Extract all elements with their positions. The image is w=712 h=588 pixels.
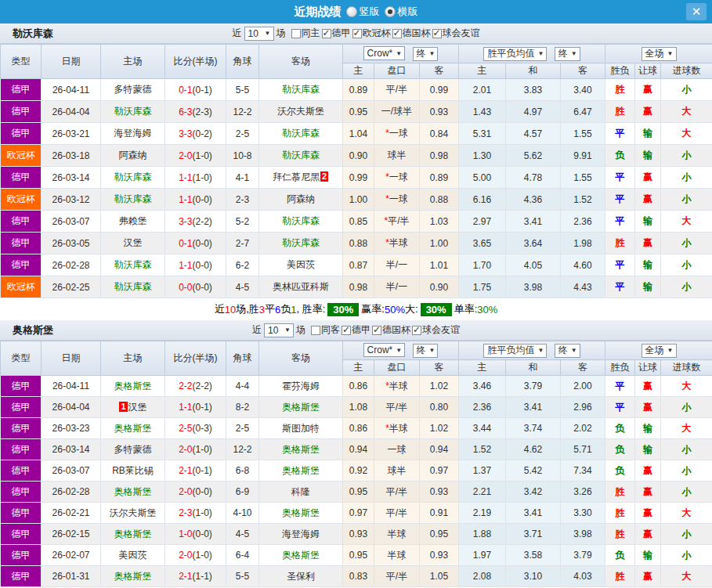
- result-wdl-cell: 平: [605, 167, 635, 189]
- result-handicap-cell: 输: [635, 211, 661, 233]
- avg-home-cell: 1.70: [459, 254, 506, 276]
- scope-select-value: 全场: [645, 47, 664, 60]
- result-goals-cell: 小: [661, 167, 712, 189]
- score-cell: 0-1(0-0): [165, 233, 226, 254]
- odds-home-cell: 0.95: [343, 101, 374, 123]
- chevron-down-icon: ▼: [265, 30, 271, 37]
- filter-checkbox-德国杯[interactable]: 德国杯: [392, 27, 431, 40]
- col-header-avg-home: 主: [459, 63, 506, 79]
- filter-checkbox-球会友谊[interactable]: 球会友谊: [432, 27, 480, 40]
- result-goals-cell: 小: [661, 482, 712, 503]
- star-marker: *: [385, 128, 389, 139]
- odds-time-select[interactable]: 终▼: [413, 47, 439, 61]
- filter-checkbox-欧冠杯[interactable]: 欧冠杯: [352, 27, 391, 40]
- halftime-score: (0-2): [193, 128, 212, 139]
- score-cell: 6-3(2-3): [165, 101, 226, 123]
- checkbox-checked-icon[interactable]: [372, 326, 381, 335]
- avg-away-cell: 4.03: [561, 566, 605, 587]
- league-type-cell: 德甲: [1, 482, 42, 503]
- summary-text: 近: [215, 302, 225, 316]
- odds-home-cell: 1.04: [343, 123, 374, 145]
- col-header-handicap: 盘口: [374, 360, 420, 376]
- col-header-avg-draw: 和: [506, 360, 561, 376]
- fulltime-score: 1-1: [179, 402, 192, 413]
- home-team-cell: 奥格斯堡: [101, 482, 165, 503]
- scope-select[interactable]: 全场▼: [642, 344, 677, 358]
- match-count-select[interactable]: 10 ▼: [264, 323, 294, 337]
- checkbox-checked-icon[interactable]: [342, 326, 351, 335]
- team-name: 勒沃库森: [282, 84, 320, 95]
- result-handicap-cell: 输: [635, 276, 661, 298]
- filter-checkbox-同主[interactable]: 同主: [291, 27, 320, 40]
- radio-selected-icon[interactable]: [385, 6, 396, 17]
- layout-radio-horizontal[interactable]: 横版: [385, 5, 418, 19]
- corner-cell: 6-8: [226, 460, 259, 482]
- result-handicap-cell: 赢: [635, 524, 661, 545]
- avg-type-select-value: 胜平负均值: [487, 344, 534, 357]
- odds-home-cell: 0.98: [343, 276, 374, 298]
- checkbox-checked-icon[interactable]: [392, 29, 402, 38]
- match-count-select[interactable]: 10 ▼: [244, 27, 274, 41]
- filter-checkbox-德甲[interactable]: 德甲: [342, 323, 370, 337]
- scope-select[interactable]: 全场▼: [642, 47, 677, 61]
- result-wdl-cell: 平: [605, 254, 635, 276]
- team-name: 阿森纳: [287, 193, 315, 204]
- match-row: 德甲26-03-14勒沃库森1-1(1-0)4-1拜仁慕尼黑20.99*一球0.…: [1, 167, 712, 189]
- avg-away-cell: 2.96: [561, 397, 605, 418]
- home-team-cell: 美因茨: [101, 545, 165, 566]
- halftime-score: (0-1): [193, 85, 212, 96]
- odds-away-cell: 0.90: [420, 276, 459, 298]
- away-team-cell: 斯图加特: [259, 418, 343, 439]
- avg-type-select[interactable]: 胜平负均值▼: [483, 47, 547, 61]
- result-wdl-cell: 胜: [605, 503, 635, 524]
- odds-home-cell: 0.93: [343, 524, 374, 545]
- avg-away-cell: 6.47: [561, 101, 605, 123]
- avg-type-select[interactable]: 胜平负均值▼: [483, 344, 547, 358]
- fulltime-score: 2-3: [179, 507, 192, 518]
- filter-checkbox-德国杯[interactable]: 德国杯: [372, 323, 410, 337]
- avg-draw-cell: 4.57: [506, 123, 561, 145]
- checkbox-checked-icon[interactable]: [432, 29, 442, 38]
- odds-time-select[interactable]: 终▼: [413, 344, 439, 358]
- col-header-type: 类型: [1, 45, 42, 79]
- filter-bar: 近 10 ▼ 场 同主德甲欧冠杯德国杯球会友谊: [233, 27, 480, 41]
- filter-checkbox-德甲[interactable]: 德甲: [322, 27, 351, 40]
- home-team-cell: 阿森纳: [101, 145, 165, 167]
- fulltime-score: 2-0: [179, 486, 192, 497]
- away-team-cell: 奥格斯堡: [259, 397, 343, 418]
- avg-time-select[interactable]: 终▼: [555, 47, 580, 61]
- away-team-cell: 勒沃库森: [259, 233, 343, 254]
- result-goals-cell: 小: [661, 439, 712, 460]
- avg-time-select[interactable]: 终▼: [555, 344, 580, 358]
- avg-time-select-value: 终: [558, 47, 568, 60]
- checkbox-unchecked-icon[interactable]: [291, 29, 301, 38]
- bookmaker-select[interactable]: Crow*▼: [363, 343, 406, 357]
- checkbox-checked-icon[interactable]: [412, 326, 421, 335]
- avg-away-cell: 7.34: [561, 460, 605, 482]
- corner-cell: 4-10: [226, 503, 259, 524]
- away-team-cell: 勒沃库森: [259, 145, 343, 167]
- filter-checkbox-同客[interactable]: 同客: [311, 323, 340, 337]
- filter-checkbox-球会友谊[interactable]: 球会友谊: [412, 323, 460, 337]
- result-handicap-cell: 赢: [635, 460, 661, 482]
- filter-checkbox-label: 欧冠杯: [363, 27, 391, 40]
- star-marker: *: [385, 381, 389, 391]
- checkbox-checked-icon[interactable]: [352, 29, 362, 38]
- handicap-line-cell: 平/半: [374, 482, 420, 503]
- layout-radio-vertical[interactable]: 竖版: [346, 5, 380, 19]
- avg-home-cell: 1.30: [459, 145, 506, 167]
- fulltime-score: 1-1: [179, 260, 192, 271]
- avg-home-cell: 1.88: [459, 524, 506, 545]
- bookmaker-select[interactable]: Crow*▼: [363, 46, 406, 60]
- corner-cell: 4-1: [226, 167, 259, 189]
- match-row: 德甲26-04-041汉堡1-1(0-1)8-2奥格斯堡1.08平/半0.802…: [1, 397, 712, 418]
- col-header-goals-result: 进球数: [661, 360, 712, 376]
- radio-unselected-icon[interactable]: [346, 6, 357, 17]
- checkbox-checked-icon[interactable]: [322, 29, 331, 38]
- close-button[interactable]: ✕: [686, 3, 707, 20]
- match-row: 欧冠杯26-02-25勒沃库森0-0(0-0)4-5奥林匹亚科斯0.98半/一0…: [1, 276, 712, 298]
- checkbox-unchecked-icon[interactable]: [311, 326, 320, 335]
- home-team-cell: 勒沃库森: [101, 189, 165, 211]
- bookmaker-select-value: Crow*: [367, 48, 393, 59]
- corner-cell: 2-3: [226, 189, 259, 211]
